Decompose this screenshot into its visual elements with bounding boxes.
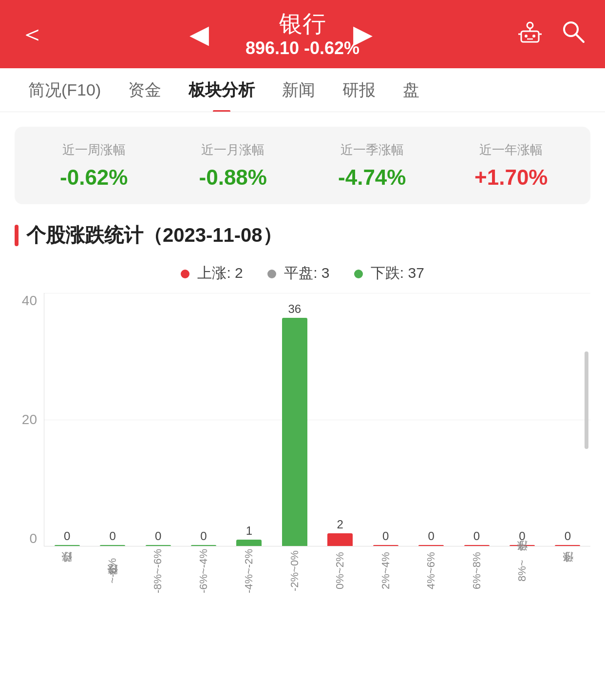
chart-legend: 上涨: 2 平盘: 3 下跌: 37 [0, 263, 605, 283]
header-subtitle: 896.10 -0.62% [246, 38, 359, 58]
bar-8[interactable] [418, 545, 444, 546]
perf-year: 近一年涨幅 +1.70% [442, 141, 581, 190]
prev-button[interactable]: ◀ [189, 19, 209, 49]
chart-container: 40 20 0 0000136200000 跌停跌停~-8%-8%~-6%-6%… [0, 293, 605, 600]
bar-group-5: 36 [272, 293, 317, 546]
bar-group-9: 0 [454, 293, 499, 546]
scrollbar-hint [585, 351, 588, 449]
perf-month-value: -0.88% [164, 165, 303, 190]
x-label-10: 8%~涨停 [499, 551, 545, 590]
legend-flat: 平盘: 3 [267, 263, 330, 283]
y-label-20: 20 [15, 412, 37, 428]
bar-group-6: 2 [318, 293, 363, 546]
bar-group-7: 0 [363, 293, 408, 546]
perf-quarter-value: -4.74% [302, 165, 442, 190]
section-bar-decoration [15, 225, 19, 246]
bar-group-3: 0 [181, 293, 226, 546]
legend-down: 下跌: 37 [354, 263, 424, 283]
svg-point-0 [527, 22, 533, 28]
svg-point-4 [532, 35, 535, 38]
legend-flat-dot [267, 270, 276, 278]
tab-bar: 简况(F10) 资金 板块分析 新闻 研报 盘 [0, 68, 605, 112]
legend-up-dot [181, 270, 189, 278]
tab-market[interactable]: 盘 [389, 68, 433, 112]
bar-value-label-11: 0 [565, 529, 571, 543]
bar-value-label-2: 0 [155, 529, 161, 543]
robot-icon[interactable] [517, 19, 543, 50]
perf-year-label: 近一年涨幅 [442, 141, 581, 158]
bar-7[interactable] [373, 545, 398, 546]
bar-value-label-6: 2 [337, 518, 343, 531]
bar-2[interactable] [146, 545, 171, 546]
bar-11[interactable] [555, 545, 580, 546]
legend-flat-label: 平盘: 3 [284, 265, 329, 281]
tab-sector[interactable]: 板块分析 [175, 68, 268, 112]
tab-f10[interactable]: 简况(F10) [15, 68, 114, 112]
bar-value-label-3: 0 [200, 529, 207, 543]
bar-value-label-7: 0 [382, 529, 389, 543]
bar-1[interactable] [100, 545, 125, 546]
x-label-7: 2%~4% [363, 551, 409, 590]
y-axis: 40 20 0 [15, 293, 44, 546]
y-label-0: 0 [15, 531, 37, 546]
perf-week-label: 近一周涨幅 [24, 141, 164, 158]
back-button[interactable]: ＜ [19, 17, 45, 51]
x-label-2: -8%~-6% [135, 551, 181, 590]
bar-5[interactable] [282, 318, 307, 546]
x-axis: 跌停跌停~-8%-8%~-6%-6%~-4%-4%~-2%-2%~0%0%~2%… [44, 546, 590, 590]
bar-value-label-9: 0 [473, 529, 480, 543]
bar-group-0: 0 [44, 293, 90, 546]
tab-news[interactable]: 新闻 [268, 68, 329, 112]
x-label-1: 跌停~-8% [90, 551, 135, 590]
bar-9[interactable] [464, 545, 490, 546]
y-label-40: 40 [15, 293, 37, 309]
bar-0[interactable] [55, 545, 80, 546]
perf-week-value: -0.62% [24, 165, 164, 190]
x-label-6: 0%~2% [317, 551, 363, 590]
section-title: 个股涨跌统计（2023-11-08） [26, 222, 282, 249]
search-icon[interactable] [560, 19, 586, 50]
x-label-0: 跌停 [44, 551, 90, 590]
svg-line-9 [576, 34, 584, 42]
bar-4[interactable] [236, 540, 262, 546]
bar-3[interactable] [191, 545, 216, 546]
bar-group-4: 1 [227, 293, 272, 546]
legend-down-label: 下跌: 37 [371, 265, 424, 281]
bar-group-10: 0 [499, 293, 545, 546]
x-label-9: 6%~8% [454, 551, 500, 590]
x-label-5: -2%~0% [272, 551, 318, 590]
tab-capital[interactable]: 资金 [114, 68, 175, 112]
section-header: 个股涨跌统计（2023-11-08） [0, 222, 605, 249]
svg-rect-2 [521, 31, 539, 42]
x-label-4: -4%~-2% [226, 551, 272, 590]
chart-inner: 40 20 0 0000136200000 [15, 293, 590, 546]
bar-group-2: 0 [135, 293, 181, 546]
bar-10[interactable] [510, 545, 535, 546]
header-center: 银行 896.10 -0.62% [246, 10, 359, 58]
bar-value-label-4: 1 [246, 524, 252, 538]
bar-value-label-1: 0 [109, 529, 115, 543]
bars-row: 0000136200000 [44, 293, 590, 546]
bar-value-label-0: 0 [64, 529, 70, 543]
bar-6[interactable] [327, 533, 353, 546]
svg-point-3 [525, 35, 528, 38]
legend-down-dot [354, 270, 363, 278]
performance-section: 近一周涨幅 -0.62% 近一月涨幅 -0.88% 近一季涨幅 -4.74% 近… [15, 127, 590, 204]
perf-week: 近一周涨幅 -0.62% [24, 141, 164, 190]
legend-up: 上涨: 2 [181, 263, 243, 283]
bar-group-1: 0 [90, 293, 135, 546]
tab-research[interactable]: 研报 [329, 68, 389, 112]
perf-month: 近一月涨幅 -0.88% [164, 141, 303, 190]
perf-year-value: +1.70% [442, 165, 581, 190]
bar-value-label-8: 0 [428, 529, 434, 543]
x-label-8: 4%~6% [408, 551, 454, 590]
header-icons-right [517, 19, 586, 50]
header: ＜ ◀ 银行 896.10 -0.62% ▶ [0, 0, 605, 68]
x-label-3: -6%~-4% [181, 551, 227, 590]
bar-group-8: 0 [408, 293, 454, 546]
perf-month-label: 近一月涨幅 [164, 141, 303, 158]
x-label-11: 涨停 [545, 551, 591, 590]
bar-value-label-5: 36 [288, 302, 301, 316]
chart-area: 0000136200000 [44, 293, 590, 546]
legend-up-label: 上涨: 2 [197, 265, 243, 281]
